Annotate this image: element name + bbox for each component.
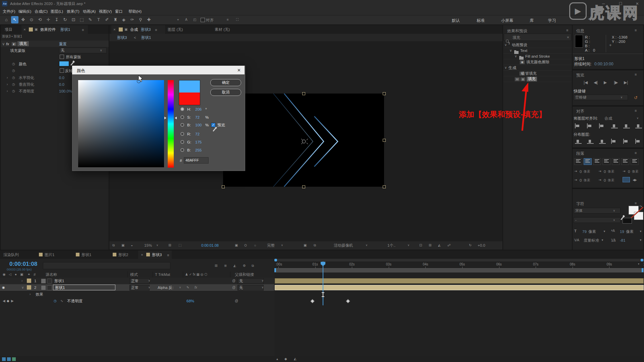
motion-blur-icon[interactable]: ⧉ — [252, 264, 254, 267]
trkmat-column[interactable]: T TrkMat — [155, 273, 170, 277]
swap-colors-icon[interactable]: ↷ — [639, 205, 642, 208]
all-masks-checkbox[interactable] — [60, 55, 64, 59]
selection-handle[interactable] — [383, 185, 386, 188]
tree-row-生成[interactable]: ∨生成 — [503, 65, 572, 71]
mask-toggle-icon[interactable]: ⬚ — [178, 244, 181, 247]
menu-item[interactable]: 动画(A) — [83, 10, 96, 14]
stopwatch-icon[interactable]: ◷ — [12, 69, 15, 72]
quality-icon[interactable]: ✎ — [186, 286, 189, 289]
tab-layer[interactable]: 图层 (无) — [168, 28, 183, 32]
workspace-标准[interactable]: 标准 — [477, 18, 485, 22]
channel-value[interactable]: 72 — [195, 116, 200, 120]
indent-value[interactable]: 0 — [580, 170, 582, 174]
show-snapshot-icon[interactable]: ▣ — [121, 244, 124, 247]
indent-field[interactable]: ⇥0像素 — [623, 169, 644, 174]
layer-bar[interactable] — [275, 278, 644, 284]
shortcut-dropdown[interactable]: 空格键 — [574, 95, 628, 100]
comp-current-time[interactable]: 0:00:01.08 — [201, 244, 219, 247]
prev-keyframe-icon[interactable]: ◀ — [3, 299, 5, 303]
tree-row-填充[interactable]: 32▥填充 — [503, 76, 572, 82]
transport-play[interactable]: ▶ — [604, 80, 607, 84]
hsb-radio-B:[interactable] — [180, 123, 184, 127]
timeline-tab-渲染队列[interactable]: 渲染队列 — [3, 253, 19, 257]
tree-row-吸管填充[interactable]: 8吸管填充 — [503, 70, 572, 76]
tab-footage[interactable]: 素材 (无) — [215, 28, 230, 32]
search-input-text[interactable]: 填充 — [513, 36, 520, 40]
kerning-mode-value[interactable]: 度量标准 — [584, 239, 599, 243]
saturation-brightness-field[interactable] — [78, 80, 164, 167]
transport-last-frame[interactable]: ▶| — [624, 80, 628, 84]
rgb-radio-R:[interactable] — [180, 132, 184, 136]
tracking-value[interactable]: -81 — [620, 239, 626, 243]
paragraph-align-center[interactable] — [584, 158, 592, 165]
layer-name[interactable]: 形状1 — [55, 286, 65, 290]
snapshot-icon[interactable]: ⧉ — [112, 244, 115, 247]
panel-menu-icon[interactable]: ≡ — [155, 28, 157, 32]
hue-strip[interactable] — [168, 80, 174, 168]
exposure-value[interactable]: +0.0 — [478, 244, 485, 248]
hex-input[interactable]: 48AFFF — [184, 157, 209, 164]
font-size-value[interactable]: 79 — [582, 230, 587, 234]
selection-handle[interactable] — [383, 139, 386, 142]
navigator-start-handle[interactable] — [274, 259, 277, 261]
channel-value[interactable]: 255 — [195, 148, 202, 153]
work-area-start[interactable] — [274, 268, 276, 272]
parent-link-column[interactable]: 父级和链接 — [235, 273, 254, 277]
workspace-小屏幕[interactable]: 小屏幕 — [501, 18, 513, 22]
channel-value[interactable]: 100 — [195, 123, 202, 127]
roi-icon[interactable]: ▣ — [304, 244, 307, 247]
panel-menu-icon[interactable]: ≡ — [635, 72, 637, 76]
menu-item[interactable]: 图层(L) — [51, 10, 63, 14]
panel-menu-icon[interactable]: ≡ — [635, 28, 637, 32]
paragraph-justify-all[interactable] — [631, 158, 639, 165]
color-swatch[interactable] — [59, 61, 69, 66]
ok-button[interactable]: 确定 — [210, 79, 241, 86]
paragraph-direction-button[interactable] — [623, 177, 630, 182]
reset-link[interactable]: 重置 — [59, 42, 67, 46]
timeline-current-time[interactable]: 0:00:01:08 — [9, 261, 37, 267]
playhead-line[interactable] — [323, 261, 323, 305]
stopwatch-icon[interactable]: ◷ — [12, 62, 15, 66]
blend-mode-dropdown[interactable]: 正常 — [129, 285, 150, 291]
pixel-aspect-icon[interactable]: ⊡ — [419, 244, 422, 247]
twirl-icon[interactable]: ∨ — [504, 66, 507, 69]
breadcrumb-comp[interactable]: 形状3 — [117, 36, 127, 40]
fast-preview-icon[interactable]: ⛭ — [244, 244, 247, 247]
hue-marker-right[interactable] — [175, 117, 177, 119]
paragraph-panel-header[interactable]: 段落 — [576, 151, 584, 157]
paragraph-direction-icon[interactable]: ◀▸ — [633, 178, 637, 182]
timeline-button-icon[interactable]: ⊞ — [429, 244, 431, 247]
cache-status-icon[interactable] — [7, 357, 11, 361]
timeline-search-box[interactable] — [43, 262, 170, 269]
selection-handle[interactable] — [383, 92, 386, 95]
twirl-icon[interactable]: ∨ — [515, 55, 517, 58]
hide-shy-layers-icon[interactable]: ◭ — [233, 264, 236, 267]
menu-item[interactable]: 合成(C) — [35, 10, 48, 14]
indent-value[interactable]: 0 — [580, 179, 582, 183]
view-layout-select[interactable]: 1个.. — [387, 244, 395, 248]
button-dist-center-v[interactable] — [587, 139, 594, 144]
timeline-navigator[interactable] — [274, 259, 644, 261]
expand-icon[interactable]: › — [30, 293, 31, 296]
leading-value[interactable]: 19 — [620, 230, 624, 234]
mode-column[interactable]: 模式 — [130, 273, 138, 277]
stopwatch-icon[interactable]: ◷ — [12, 76, 15, 79]
button-align-right[interactable] — [599, 123, 606, 128]
timeline-tab-图片1[interactable]: 图片1 — [45, 253, 54, 257]
stopwatch-icon[interactable]: ◷ — [54, 299, 57, 303]
parent-dropdown[interactable]: 无 — [237, 285, 264, 291]
timeline-tab-形状2[interactable]: 形状2 — [118, 253, 128, 257]
parent-dropdown[interactable]: 无 — [237, 278, 264, 284]
tree-row-Fill and Stroke[interactable]: ∨Fill and Stroke — [503, 53, 572, 59]
panel-menu-icon[interactable]: ≡ — [635, 201, 637, 205]
comp-marker-bin-icon[interactable]: ▾ — [638, 263, 639, 265]
lock-icon[interactable]: ▣ — [35, 28, 38, 31]
selection-handle[interactable] — [222, 185, 225, 188]
timeline-tab-形状1[interactable]: 形状1 — [82, 253, 91, 257]
transport-next-frame[interactable]: |▶ — [614, 80, 618, 84]
button-dist-center-h[interactable] — [623, 139, 630, 144]
layer-name[interactable]: 形状1 — [54, 279, 64, 283]
camera-select[interactable]: 活动摄像机 — [334, 244, 353, 248]
panel-menu-icon[interactable]: ≡ — [82, 28, 84, 32]
paragraph-align-right[interactable] — [593, 158, 601, 165]
